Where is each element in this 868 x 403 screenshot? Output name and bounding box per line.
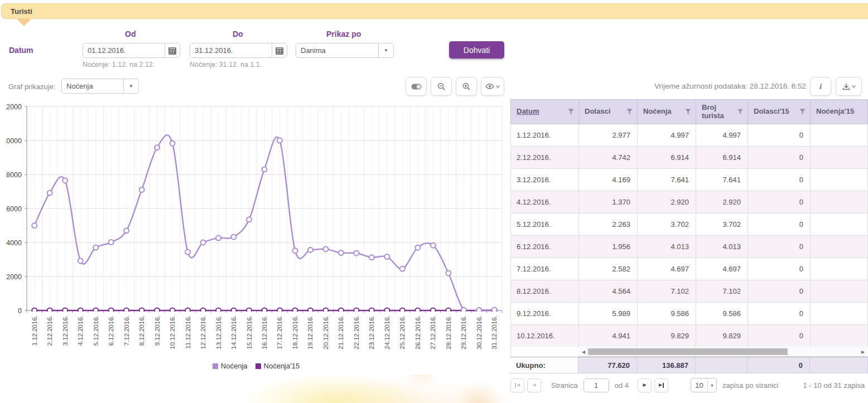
first-page-button[interactable]: ◀ — [510, 378, 524, 392]
data-point-marker[interactable] — [185, 308, 190, 313]
data-point-marker[interactable] — [93, 308, 98, 313]
data-point-marker[interactable] — [431, 308, 436, 313]
data-point-marker[interactable] — [308, 247, 313, 253]
export-button[interactable] — [836, 77, 862, 96]
legend-item[interactable]: Noćenja'15 — [255, 362, 300, 370]
data-point-marker[interactable] — [62, 308, 67, 313]
filter-icon[interactable] — [685, 109, 691, 115]
data-point-marker[interactable] — [461, 308, 466, 313]
data-point-marker[interactable] — [492, 307, 497, 312]
prikaz-po-select[interactable]: Danima ▼ — [296, 43, 394, 58]
scroll-right-icon[interactable]: ▶ — [859, 347, 867, 356]
table-row[interactable]: 9.12.2016.5.9899.5869.5860 — [510, 303, 868, 325]
data-point-marker[interactable] — [216, 308, 221, 313]
data-point-marker[interactable] — [277, 308, 282, 313]
data-point-marker[interactable] — [62, 178, 67, 183]
data-point-marker[interactable] — [369, 308, 374, 313]
info-button[interactable]: i — [810, 77, 831, 96]
filter-icon[interactable] — [626, 109, 633, 115]
filter-icon[interactable] — [568, 109, 574, 115]
data-point-marker[interactable] — [47, 308, 52, 313]
data-point-marker[interactable] — [155, 308, 160, 313]
data-point-marker[interactable] — [32, 308, 37, 313]
last-page-button[interactable]: ▶ — [654, 378, 668, 392]
table-row[interactable]: 3.12.2016.4.1697.6417.6410 — [510, 169, 868, 191]
table-row[interactable]: 2.12.2016.4.7426.9146.9140 — [510, 147, 868, 169]
data-point-marker[interactable] — [292, 248, 297, 253]
data-point-marker[interactable] — [431, 243, 436, 248]
data-point-marker[interactable] — [232, 234, 237, 239]
graf-select[interactable]: Noćenja ▼ — [61, 79, 139, 94]
data-point-marker[interactable] — [247, 217, 252, 222]
table-row[interactable]: 10.12.2016.4.9419.8299.8290 — [510, 325, 868, 347]
data-point-marker[interactable] — [354, 251, 359, 256]
data-point-marker[interactable] — [124, 228, 129, 233]
data-point-marker[interactable] — [400, 308, 405, 313]
page-size-select[interactable]: 10 ▼ — [691, 378, 717, 392]
data-point-marker[interactable] — [216, 236, 221, 241]
data-point-marker[interactable] — [78, 308, 83, 313]
data-point-marker[interactable] — [47, 191, 52, 196]
tab-turisti[interactable]: Turisti — [1, 3, 868, 19]
data-point-marker[interactable] — [476, 308, 481, 313]
data-point-marker[interactable] — [109, 308, 114, 313]
data-point-marker[interactable] — [32, 223, 37, 228]
date-to-input[interactable] — [190, 43, 272, 57]
data-point-marker[interactable] — [109, 240, 114, 245]
data-point-marker[interactable] — [384, 254, 389, 259]
data-point-marker[interactable] — [292, 308, 297, 313]
column-header-4[interactable]: Broj turista — [696, 100, 748, 124]
page-number-input[interactable] — [584, 378, 609, 392]
legend-item[interactable]: Noćenja — [213, 362, 248, 370]
date-to-calendar-button[interactable] — [272, 43, 287, 57]
data-point-marker[interactable] — [262, 167, 267, 172]
date-from-calendar-button[interactable] — [165, 43, 180, 57]
data-point-marker[interactable] — [415, 308, 420, 313]
table-row[interactable]: 1.12.2016.2.9774.9974.9970 — [510, 124, 868, 147]
table-row[interactable]: 4.12.2016.1.3702.9202.9200 — [510, 191, 868, 213]
column-header-6[interactable]: Noćenja'15 — [811, 100, 868, 124]
nocenja-line-chart[interactable]: 0200040006000800010000120001.12.2016.2.1… — [6, 101, 505, 360]
data-point-marker[interactable] — [369, 255, 374, 260]
data-point-marker[interactable] — [308, 308, 313, 313]
data-point-marker[interactable] — [247, 308, 252, 313]
data-point-marker[interactable] — [139, 308, 144, 313]
table-row[interactable]: 7.12.2016.2.5824.6974.6970 — [510, 258, 868, 280]
data-point-marker[interactable] — [170, 308, 175, 313]
data-point-marker[interactable] — [400, 266, 405, 271]
prev-page-button[interactable]: ◀ — [527, 378, 541, 392]
data-point-marker[interactable] — [339, 308, 344, 313]
data-point-marker[interactable] — [415, 245, 420, 250]
data-point-marker[interactable] — [124, 308, 129, 313]
column-header-1[interactable]: Datum — [511, 100, 579, 124]
series-visibility-button[interactable] — [481, 77, 504, 96]
data-point-marker[interactable] — [139, 187, 144, 192]
data-point-marker[interactable] — [201, 240, 206, 245]
data-point-marker[interactable] — [339, 250, 344, 255]
data-point-marker[interactable] — [446, 308, 451, 313]
filter-icon[interactable] — [799, 109, 806, 115]
data-point-marker[interactable] — [384, 308, 389, 313]
table-row[interactable]: 6.12.2016.1.9564.0134.0130 — [510, 236, 868, 258]
data-point-marker[interactable] — [232, 308, 237, 313]
zoom-out-button[interactable] — [431, 77, 452, 96]
scroll-left-icon[interactable]: ◀ — [580, 347, 587, 356]
data-point-marker[interactable] — [155, 145, 160, 150]
column-header-3[interactable]: Noćenja — [638, 100, 696, 124]
dohvati-button[interactable]: Dohvati — [449, 41, 504, 59]
column-header-5[interactable]: Dolasci'15 — [748, 100, 811, 124]
data-point-marker[interactable] — [323, 246, 328, 251]
hscrollbar-thumb[interactable] — [588, 348, 788, 355]
data-point-marker[interactable] — [78, 258, 83, 263]
next-page-button[interactable]: ▶ — [638, 378, 652, 392]
data-point-marker[interactable] — [170, 141, 175, 146]
data-point-marker[interactable] — [446, 270, 451, 275]
data-point-marker[interactable] — [354, 308, 359, 313]
data-point-marker[interactable] — [93, 245, 98, 250]
filter-icon[interactable] — [737, 109, 743, 115]
data-point-marker[interactable] — [262, 308, 267, 313]
data-point-marker[interactable] — [277, 138, 282, 143]
table-row[interactable]: 5.12.2016.2.2633.7023.7020 — [510, 213, 868, 236]
data-point-marker[interactable] — [323, 308, 328, 313]
hscrollbar-track[interactable]: ◀ ▶ — [578, 347, 868, 357]
